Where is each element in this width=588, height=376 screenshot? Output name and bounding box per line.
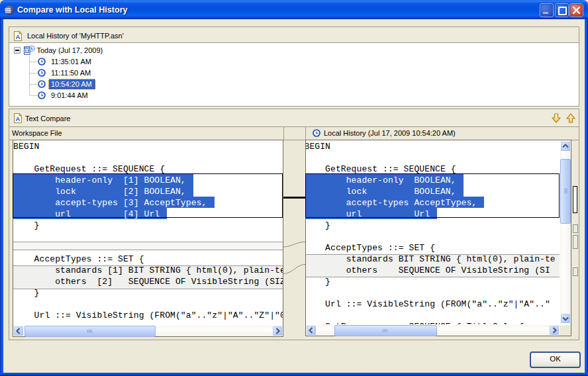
svg-text:A: A	[16, 115, 21, 122]
svg-text:A: A	[16, 33, 21, 40]
svg-text:12: 12	[24, 49, 30, 54]
